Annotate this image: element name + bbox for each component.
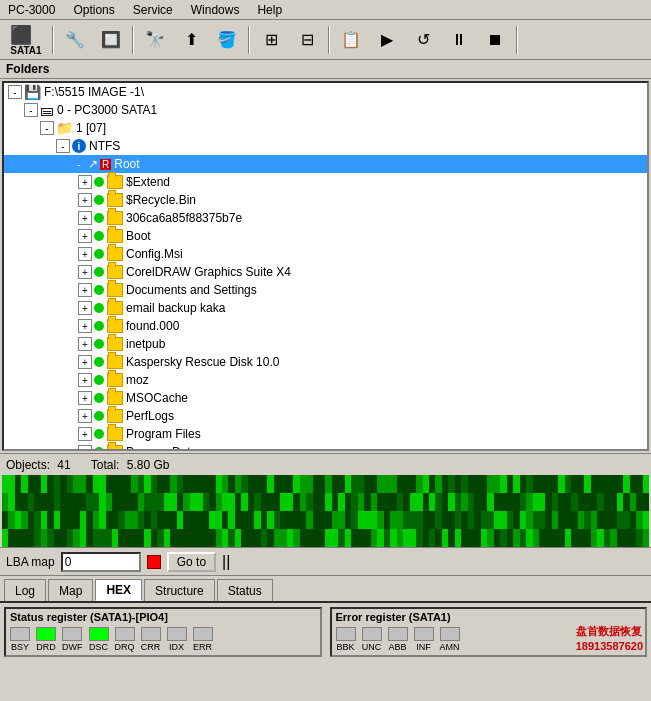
sata1-button[interactable]: ⬛ SATA1 [4,23,48,57]
expand-configmsi[interactable]: + [78,247,92,261]
folder-icon-found [107,319,123,333]
reg-light-dsc [89,627,109,641]
reg-item-drd: DRD [36,627,56,652]
expand-boot[interactable]: + [78,229,92,243]
expand-perflogs[interactable]: + [78,409,92,423]
tree-item-drive[interactable]: - 💾 F:\5515 IMAGE -1\ [4,83,647,101]
tab-log[interactable]: Log [4,579,46,601]
tree-item-msocache[interactable]: +MSOCache [4,389,647,407]
status-register-title: Status register (SATA1)-[PIO4] [10,611,316,623]
chip-icon[interactable]: 🔲 [94,23,128,57]
status-dot-kaspersky [94,357,104,367]
menu-windows[interactable]: Windows [187,2,244,18]
tab-hex[interactable]: HEX [95,579,142,601]
reg-label-idx: IDX [169,642,184,652]
tree-item-configmsi[interactable]: +Config.Msi [4,245,647,263]
lba-pause-btn[interactable]: || [222,553,230,571]
tree-item-inetpub[interactable]: +inetpub [4,335,647,353]
tree-item-pc3000[interactable]: - 🖴 0 - PC3000 SATA1 [4,101,647,119]
reg-label-drq: DRQ [115,642,135,652]
pause-icon[interactable]: ⏸ [442,23,476,57]
grid2-icon[interactable]: ⊟ [290,23,324,57]
expand-recycle[interactable]: + [78,193,92,207]
reg-light-idx [167,627,187,641]
status-dot-email [94,303,104,313]
tree-item-coreldraw[interactable]: +CorelDRAW Graphics Suite X4 [4,263,647,281]
binoculars-icon[interactable]: 🔭 [138,23,172,57]
tab-map[interactable]: Map [48,579,93,601]
lba-indicator[interactable] [147,555,161,569]
expand-pc3000[interactable]: - [24,103,38,117]
reg-label-crr: CRR [141,642,161,652]
partition-icon: 📁 [56,120,73,136]
tree-label-part1: 1 [07] [76,121,106,135]
wrench-icon[interactable]: 🔧 [58,23,92,57]
tree-item-docs[interactable]: +Documents and Settings [4,281,647,299]
expand-docs[interactable]: + [78,283,92,297]
tree-item-boot[interactable]: +Boot [4,227,647,245]
expand-programfiles[interactable]: + [78,427,92,441]
stop-icon[interactable]: ⏹ [478,23,512,57]
menu-help[interactable]: Help [253,2,286,18]
tree-item-moz[interactable]: +moz [4,371,647,389]
tree-item-programfiles[interactable]: +Program Files [4,425,647,443]
tree-item-306ca6a[interactable]: +306ca6a85f88375b7e [4,209,647,227]
tree-label-msocache: MSOCache [126,391,188,405]
menu-options[interactable]: Options [69,2,118,18]
tree-item-perflogs[interactable]: +PerfLogs [4,407,647,425]
lba-input[interactable] [61,552,141,572]
expand-found[interactable]: + [78,319,92,333]
play-icon[interactable]: ▶ [370,23,404,57]
menu-service[interactable]: Service [129,2,177,18]
expand-moz[interactable]: + [78,373,92,387]
expand-part1[interactable]: - [40,121,54,135]
folder-tree[interactable]: - 💾 F:\5515 IMAGE -1\ - 🖴 0 - PC3000 SAT… [2,81,649,451]
expand-coreldraw[interactable]: + [78,265,92,279]
tab-structure[interactable]: Structure [144,579,215,601]
expand-root[interactable]: - [72,157,86,171]
grid-icon[interactable]: ⊞ [254,23,288,57]
tree-item-extend[interactable]: +$Extend [4,173,647,191]
expand-msocache[interactable]: + [78,391,92,405]
copy-icon[interactable]: 📋 [334,23,368,57]
tree-item-programdata[interactable]: +ProgramData [4,443,647,451]
expand-inetpub[interactable]: + [78,337,92,351]
toolbar-sep-5 [516,26,518,54]
err-light-amn [440,627,460,641]
reg-light-err [193,627,213,641]
err-light-unc [362,627,382,641]
arrow-up-icon[interactable]: ⬆ [174,23,208,57]
tree-label-drive: F:\5515 IMAGE -1\ [44,85,144,99]
status-bar: Objects: 41 Total: 5.80 Gb [0,453,651,475]
expand-kaspersky[interactable]: + [78,355,92,369]
expand-306ca6a[interactable]: + [78,211,92,225]
err-item-abb: ABB [388,627,408,652]
tree-label-email: email backup kaka [126,301,225,315]
sector-cell [643,529,649,547]
expand-email[interactable]: + [78,301,92,315]
bucket-icon[interactable]: 🪣 [210,23,244,57]
expand-extend[interactable]: + [78,175,92,189]
tree-item-email[interactable]: +email backup kaka [4,299,647,317]
tree-item-kaspersky[interactable]: +Kaspersky Rescue Disk 10.0 [4,353,647,371]
tree-item-recycle[interactable]: +$Recycle.Bin [4,191,647,209]
toolbar-sep-2 [132,26,134,54]
root-badge: R [100,159,111,170]
menu-pc3000[interactable]: PC-3000 [4,2,59,18]
expand-programdata[interactable]: + [78,445,92,451]
status-dot-configmsi [94,249,104,259]
goto-button[interactable]: Go to [167,552,216,572]
tree-label-found: found.000 [126,319,179,333]
recover-icon[interactable]: ↺ [406,23,440,57]
reg-label-dwf: DWF [62,642,83,652]
tree-item-root[interactable]: - ↗ R Root [4,155,647,173]
expand-ntfs[interactable]: - [56,139,70,153]
folders-label: Folders [0,60,651,79]
tree-item-ntfs[interactable]: - i NTFS [4,137,647,155]
tree-item-part1[interactable]: - 📁 1 [07] [4,119,647,137]
tab-status[interactable]: Status [217,579,273,601]
tree-item-found[interactable]: +found.000 [4,317,647,335]
tree-label-configmsi: Config.Msi [126,247,183,261]
expand-drive[interactable]: - [8,85,22,99]
err-label-abb: ABB [388,642,406,652]
